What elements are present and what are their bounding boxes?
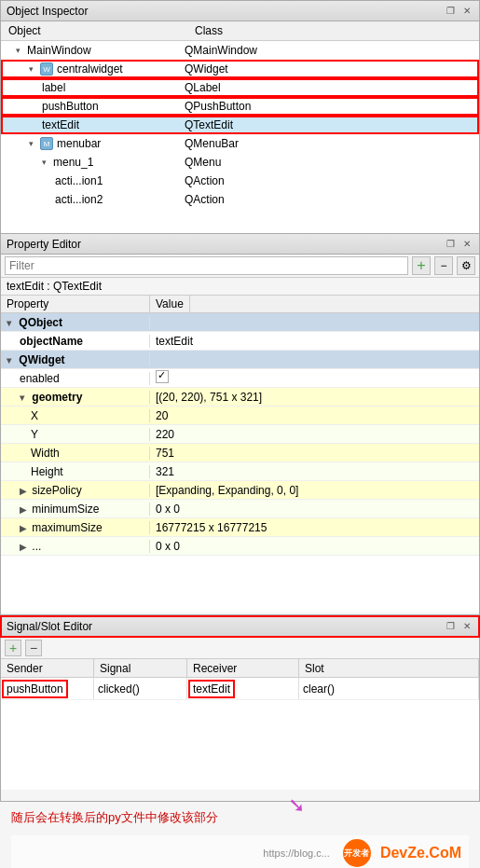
prop-val-maximumsize: 16777215 x 16777215 (150, 521, 479, 534)
ss-row-0[interactable]: pushButton clicked() textEdit clear() (1, 678, 479, 700)
ss-add-button[interactable]: + (5, 640, 21, 656)
prop-table-header: Property Value (1, 296, 479, 313)
tree-row-label[interactable]: label QLabel (1, 78, 479, 97)
brand-icon: 开发者 (343, 839, 371, 867)
tree-row-textedit[interactable]: textEdit QTextEdit (1, 116, 479, 134)
prop-close-icon[interactable]: ✕ (460, 238, 473, 251)
textedit-class: QTextEdit (185, 118, 477, 131)
close-icon[interactable]: ✕ (460, 5, 473, 18)
expand-geometry[interactable]: ▾ (20, 393, 29, 403)
expand-last[interactable]: ▶ (20, 542, 29, 552)
property-editor-header: Property Editor ❐ ✕ (1, 234, 479, 255)
prop-name-enabled: enabled (1, 372, 150, 385)
mainwindow-label: MainWindow (27, 44, 91, 57)
prop-col-value: Value (150, 296, 190, 312)
brand-name: DevZe. (380, 845, 429, 861)
prop-val-width: 751 (150, 447, 479, 460)
prop-name-sizepolicy: ▶ sizePolicy (1, 484, 150, 497)
property-editor-title: Property Editor (7, 238, 81, 251)
ss-close-icon[interactable]: ✕ (460, 620, 473, 633)
ss-remove-button[interactable]: − (25, 640, 42, 656)
tree-col-class: Class (191, 23, 226, 38)
ss-sender-0: pushButton (1, 678, 94, 699)
prop-section-qobject: ▾ QObject (1, 313, 479, 332)
pushbutton-label: pushButton (42, 100, 99, 113)
note-area: 随后会在转换后的py文件中修改该部分 https://blog.c... 开发者… (0, 802, 480, 868)
prop-filter-minus-btn[interactable]: − (434, 256, 453, 275)
expand-arrow-centralwidget[interactable]: ▾ (29, 64, 38, 74)
expand-minimumsize[interactable]: ▶ (20, 504, 29, 515)
prop-name-x: X (1, 409, 150, 422)
ss-sender-value-0: pushButton (5, 682, 65, 696)
object-inspector-title: Object Inspector (7, 5, 88, 18)
enabled-checkbox[interactable] (156, 370, 169, 383)
prop-float-icon[interactable]: ❐ (444, 238, 457, 251)
prop-row-x[interactable]: X 20 (1, 406, 479, 425)
centralwidget-label: centralwidget (57, 62, 123, 76)
label-label: label (42, 81, 65, 94)
ss-receiver-0: textEdit (187, 678, 299, 699)
ss-float-icon[interactable]: ❐ (444, 620, 457, 633)
prop-name-minimumsize: ▶ minimumSize (1, 503, 150, 516)
prop-row-last[interactable]: ▶ ... 0 x 0 (1, 537, 479, 556)
mainwindow-class: QMainWindow (185, 44, 477, 57)
prop-name-objectname: objectName (1, 335, 150, 348)
expand-arrow-menu1[interactable]: ▾ (42, 158, 51, 167)
note-text: 随后会在转换后的py文件中修改该部分 (11, 809, 218, 826)
signal-slot-title: Signal/Slot Editor (7, 620, 92, 633)
ss-toolbar: + − (1, 637, 479, 659)
tree-row-menubar[interactable]: ▾ M menubar QMenuBar (1, 134, 479, 153)
expand-sizepolicy[interactable]: ▶ (20, 486, 29, 496)
prop-qwidget-label: ▾ QWidget (1, 353, 150, 366)
prop-name-width: Width (1, 447, 150, 460)
action2-class: QAction (185, 193, 477, 206)
tree-row-action1[interactable]: acti...ion1 QAction (1, 172, 479, 190)
prop-row-enabled[interactable]: enabled (1, 369, 479, 388)
prop-filter-row: + − ⚙ (1, 255, 479, 278)
prop-row-width[interactable]: Width 751 (1, 444, 479, 462)
expand-arrow-mainwindow[interactable]: ▾ (16, 46, 25, 55)
prop-val-sizepolicy: [Expanding, Expanding, 0, 0] (150, 484, 479, 497)
signal-slot-panel: Signal/Slot Editor ❐ ✕ + − Sender Signal… (0, 615, 480, 802)
qobject-text: QObject (19, 316, 62, 329)
prop-row-geometry[interactable]: ▾ geometry [(20, 220), 751 x 321] (1, 388, 479, 406)
menubar-label: menubar (57, 137, 101, 150)
tree-row-menu1[interactable]: ▾ menu_1 QMenu (1, 153, 479, 172)
textedit-label: textEdit (42, 118, 79, 131)
property-editor-header-icons: ❐ ✕ (444, 238, 473, 251)
expand-maximumsize[interactable]: ▶ (20, 523, 29, 533)
prop-filter-add-btn[interactable]: + (412, 256, 431, 275)
prop-table: Property Value ▾ QObject objectName text… (1, 296, 479, 613)
tree-row-action2[interactable]: acti...ion2 QAction (1, 190, 479, 209)
menubar-class: QMenuBar (185, 137, 477, 150)
prop-row-height[interactable]: Height 321 (1, 462, 479, 481)
float-icon[interactable]: ❐ (444, 5, 457, 18)
ss-receiver-value-0: textEdit (191, 682, 232, 696)
tree-row-pushbutton[interactable]: pushButton QPushButton (1, 97, 479, 116)
ss-col-receiver: Receiver (187, 659, 299, 677)
prop-filter-input[interactable] (5, 256, 408, 275)
prop-name-y: Y (1, 428, 150, 441)
tree-row-centralwidget[interactable]: ▾ W centralwidget QWidget (1, 60, 479, 78)
prop-name-maximumsize: ▶ maximumSize (1, 521, 150, 534)
qwidget-text: QWidget (19, 353, 64, 366)
prop-row-objectname[interactable]: objectName textEdit (1, 332, 479, 351)
action1-label: acti...ion1 (55, 174, 103, 187)
prop-filter-gear-btn[interactable]: ⚙ (457, 256, 475, 275)
ss-col-slot: Slot (299, 659, 479, 677)
action1-class: QAction (185, 174, 477, 187)
property-editor-panel: Property Editor ❐ ✕ + − ⚙ textEdit : QTe… (0, 233, 480, 615)
object-inspector-header-icons: ❐ ✕ (444, 5, 473, 18)
prop-row-maximumsize[interactable]: ▶ maximumSize 16777215 x 16777215 (1, 518, 479, 537)
object-inspector-panel: Object Inspector ❐ ✕ Object Class ▾ Main… (0, 0, 480, 233)
prop-row-y[interactable]: Y 220 (1, 425, 479, 444)
prop-val-minimumsize: 0 x 0 (150, 503, 479, 516)
expand-arrow-menubar[interactable]: ▾ (29, 139, 38, 148)
tree-row-mainwindow[interactable]: ▾ MainWindow QMainWindow (1, 41, 479, 60)
prop-row-minimumsize[interactable]: ▶ minimumSize 0 x 0 (1, 500, 479, 518)
prop-name-last: ▶ ... (1, 540, 150, 553)
expand-qwidget[interactable]: ▾ (7, 355, 16, 365)
prop-row-sizepolicy[interactable]: ▶ sizePolicy [Expanding, Expanding, 0, 0… (1, 481, 479, 500)
expand-qobject[interactable]: ▾ (7, 318, 16, 328)
brand-icon-text: 开发者 (344, 847, 369, 860)
